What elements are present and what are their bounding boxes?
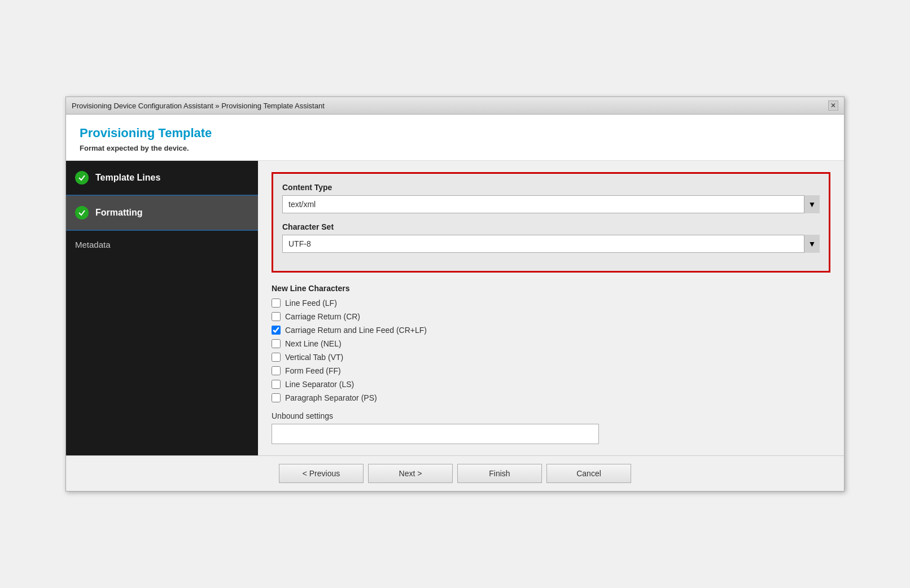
check-icon-template-lines [75,171,89,185]
sidebar: Template Lines Formatting Metadata [66,161,258,455]
unbound-label: Unbound settings [272,411,830,420]
main-window: Provisioning Device Configuration Assist… [65,96,845,492]
label-vt: Vertical Tab (VT) [285,353,343,362]
content-type-label: Content Type [282,183,820,192]
sidebar-label-template-lines: Template Lines [95,173,160,183]
main-content: Template Lines Formatting Metadata Conte… [66,161,844,455]
checkbox-list: Line Feed (LF) Carriage Return (CR) Carr… [272,299,830,402]
title-bar: Provisioning Device Configuration Assist… [66,97,844,115]
sidebar-item-metadata[interactable]: Metadata [66,231,258,258]
content-area: Content Type text/xml text/plain applica… [258,161,844,455]
list-item: Paragraph Separator (PS) [272,393,830,402]
checkbox-ls[interactable] [272,380,281,389]
list-item: Carriage Return (CR) [272,312,830,321]
content-type-wrapper: text/xml text/plain application/xml appl… [282,195,820,213]
list-item: Carriage Return and Line Feed (CR+LF) [272,326,830,335]
next-button[interactable]: Next > [368,464,453,483]
list-item: Vertical Tab (VT) [272,353,830,362]
finish-button[interactable]: Finish [457,464,542,483]
sidebar-item-formatting[interactable]: Formatting [66,196,258,231]
header-section: Provisioning Template Format expected by… [66,115,844,161]
list-item: Line Feed (LF) [272,299,830,308]
list-item: Next Line (NEL) [272,339,830,348]
title-bar-text: Provisioning Device Configuration Assist… [72,102,325,110]
character-set-select[interactable]: UTF-8 UTF-16 ISO-8859-1 US-ASCII [282,235,820,253]
footer: < Previous Next > Finish Cancel [66,455,844,491]
previous-button[interactable]: < Previous [279,464,364,483]
checkbox-cr[interactable] [272,312,281,321]
cancel-button[interactable]: Cancel [546,464,631,483]
sidebar-label-formatting: Formatting [95,208,143,218]
check-icon-formatting [75,206,89,220]
content-type-select[interactable]: text/xml text/plain application/xml appl… [282,195,820,213]
page-subtitle: Format expected by the device. [80,144,830,152]
list-item: Line Separator (LS) [272,380,830,389]
label-ps: Paragraph Separator (PS) [285,393,377,402]
label-lf: Line Feed (LF) [285,299,337,308]
unbound-input[interactable] [272,424,599,444]
sidebar-item-template-lines[interactable]: Template Lines [66,161,258,196]
red-border-section: Content Type text/xml text/plain applica… [272,172,830,273]
checkbox-nel[interactable] [272,339,281,348]
label-cr: Carriage Return (CR) [285,312,360,321]
character-set-wrapper: UTF-8 UTF-16 ISO-8859-1 US-ASCII ▼ [282,235,820,253]
checkbox-vt[interactable] [272,353,281,362]
checkbox-lf[interactable] [272,299,281,308]
sidebar-label-metadata: Metadata [75,240,111,249]
checkbox-crlf[interactable] [272,326,281,335]
list-item: Form Feed (FF) [272,366,830,375]
label-ls: Line Separator (LS) [285,380,354,389]
character-set-label: Character Set [282,222,820,231]
close-button[interactable]: ✕ [828,100,838,111]
label-ff: Form Feed (FF) [285,366,341,375]
label-crlf: Carriage Return and Line Feed (CR+LF) [285,326,427,335]
page-title: Provisioning Template [80,126,830,141]
label-nel: Next Line (NEL) [285,339,342,348]
checkbox-ps[interactable] [272,393,281,402]
new-line-label: New Line Characters [272,284,830,293]
checkbox-ff[interactable] [272,366,281,375]
